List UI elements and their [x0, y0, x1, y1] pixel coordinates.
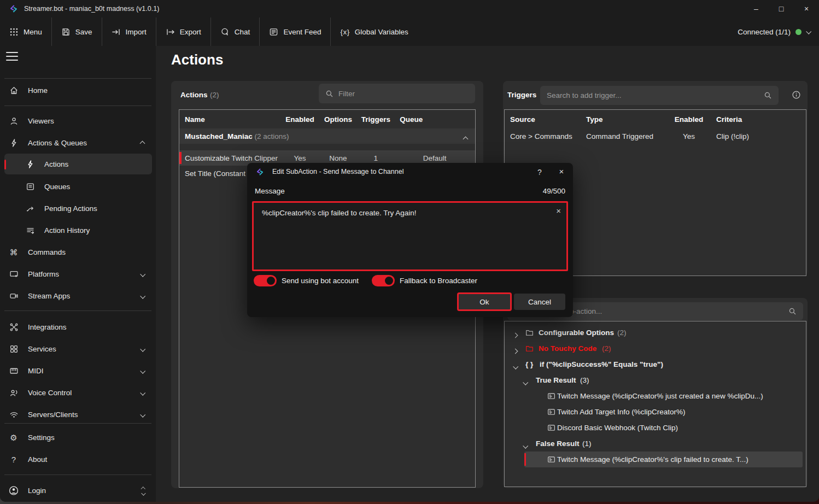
sidebar-divider [4, 474, 151, 475]
sidebar-item-services[interactable]: Services [4, 338, 152, 360]
cancel-button[interactable]: Cancel [514, 294, 565, 310]
action-name: Customizable Twitch Clipper [179, 154, 281, 162]
toggle-knob [385, 277, 393, 285]
sidebar-item-voice-control[interactable]: Voice Control [4, 382, 152, 403]
desktop-background: Streamer.bot - maniac_b0t madness (v1.0.… [0, 0, 819, 504]
selected-indicator [524, 453, 526, 466]
chat-label: Chat [235, 28, 250, 36]
trigger-search-box[interactable] [540, 86, 779, 105]
message-icon [547, 424, 555, 432]
sidebar-item-commands[interactable]: ⌘ Commands [4, 241, 152, 263]
menu-label: Menu [24, 28, 42, 36]
event-feed-icon [269, 27, 278, 37]
selected-indicator [4, 160, 6, 169]
sidebar-divider [4, 310, 151, 311]
action-group-row[interactable]: Mustached_Maniac (2 actions) [179, 128, 475, 144]
edit-subaction-dialog: Edit SubAction - Send Message to Channel… [247, 163, 573, 317]
global-variables-button[interactable]: {x} Global Variables [331, 17, 417, 46]
maximize-button[interactable]: □ [769, 0, 794, 17]
fallback-broadcaster-toggle[interactable] [372, 275, 395, 286]
minimize-button[interactable]: – [744, 0, 769, 17]
info-icon[interactable] [792, 90, 801, 99]
tree-item-false-result[interactable]: False Result (1) [505, 436, 806, 452]
sidebar-pending-actions-label: Pending Actions [44, 204, 97, 213]
sidebar-item-actions[interactable]: Actions [4, 154, 152, 174]
tree-item-true-result[interactable]: True Result (3) [505, 372, 806, 388]
actions-filter-box[interactable] [319, 84, 475, 103]
sidebar-item-queues[interactable]: Queues [4, 175, 152, 197]
column-queue: Queue [394, 115, 475, 124]
sidebar-item-integrations[interactable]: Integrations [4, 316, 152, 338]
sidebar-login-label: Login [28, 487, 46, 495]
toolbar: Menu Save Import Export [0, 17, 819, 46]
clear-text-icon[interactable]: × [556, 206, 561, 215]
trigger-criteria: Clip (!clip) [712, 132, 806, 140]
streamerbot-logo-icon [9, 4, 18, 13]
search-icon [325, 90, 334, 98]
tree-item-no-touchy-code[interactable]: No Touchy Code (2) [505, 341, 806, 356]
sidebar-item-servers-clients[interactable]: Servers/Clients [4, 403, 152, 425]
chat-button[interactable]: Chat [211, 17, 260, 46]
trigger-search-input[interactable] [547, 91, 759, 99]
sidebar-commands-label: Commands [28, 248, 66, 256]
sidebar-item-platforms[interactable]: Platforms [4, 263, 152, 285]
tree-item-twitch-add-target-info[interactable]: Twitch Add Target Info (%clipCreator%) [505, 404, 806, 420]
save-button[interactable]: Save [52, 17, 102, 46]
sidebar-item-settings[interactable]: ⚙ Settings [4, 426, 152, 448]
tree-item-twitch-message-success[interactable]: Twitch Message (%clipCreator% just creat… [505, 388, 806, 404]
sidebar-item-home[interactable]: Home [4, 79, 152, 101]
message-label: Message [255, 187, 285, 195]
message-textarea[interactable]: %clipCreator%'s clip failed to create. T… [254, 203, 566, 269]
sidebar-item-viewers[interactable]: Viewers [4, 110, 152, 132]
sidebar-home-label: Home [28, 86, 48, 95]
event-feed-button[interactable]: Event Feed [260, 17, 330, 46]
action-history-icon [25, 226, 35, 235]
sidebar-divider [4, 106, 151, 106]
column-type: Type [586, 115, 666, 124]
page-title: Actions [171, 51, 223, 68]
chevron-down-icon [140, 346, 145, 351]
action-queue: Default [394, 154, 475, 162]
hamburger-menu-button[interactable] [6, 52, 18, 61]
person-icon [9, 116, 19, 126]
sidebar-item-action-history[interactable]: Action History [4, 219, 152, 241]
chevron-down-icon [140, 293, 145, 298]
chevron-up-icon [140, 140, 145, 146]
trigger-row[interactable]: Core > Commands Command Triggered Yes Cl… [505, 128, 806, 144]
sidebar-item-stream-apps[interactable]: Stream Apps [4, 285, 152, 307]
tree-item-configurable-options[interactable]: Configurable Options (2) [505, 325, 806, 341]
chevron-down-icon [523, 443, 528, 449]
pending-actions-icon [25, 204, 35, 213]
sidebar-settings-label: Settings [28, 433, 55, 442]
bot-account-toggle[interactable] [254, 275, 277, 286]
chevron-down-icon [140, 412, 145, 417]
fallback-broadcaster-toggle-label: Fallback to Broadcaster [400, 277, 477, 285]
export-button[interactable]: Export [156, 17, 210, 46]
platforms-icon [9, 269, 19, 279]
connection-status[interactable]: Connected (1/1) [738, 28, 819, 36]
sidebar-queues-label: Queues [44, 183, 70, 191]
tree-item-discord-basic-webhook[interactable]: Discord Basic Webhook (Twitch Clip) [505, 420, 806, 436]
tree-item-twitch-message-failed[interactable]: Twitch Message (%clipCreator%'s clip fai… [505, 452, 806, 467]
import-button[interactable]: Import [102, 17, 156, 46]
menu-button[interactable]: Menu [0, 17, 51, 46]
dialog-title: Edit SubAction - Send Message to Channel [272, 168, 403, 175]
sidebar-item-actions-queues[interactable]: Actions & Queues [4, 132, 152, 154]
actions-filter-input[interactable] [338, 90, 469, 98]
queues-icon [25, 182, 35, 191]
dialog-help-button[interactable]: ? [534, 166, 546, 178]
sidebar-item-pending-actions[interactable]: Pending Actions [4, 197, 152, 219]
sidebar-item-about[interactable]: ? About [4, 448, 152, 470]
ok-button[interactable]: Ok [457, 292, 512, 311]
column-name: Name [179, 115, 281, 124]
close-button[interactable]: × [794, 0, 819, 17]
export-icon [166, 27, 175, 37]
subactions-tree: Configurable Options (2) No Touchy Code … [504, 321, 806, 487]
import-label: Import [126, 28, 147, 36]
tree-item-if-condition[interactable]: { } if ("%clipSuccess%" Equals "true") [505, 356, 806, 372]
sidebar-item-midi[interactable]: MIDI [4, 360, 152, 382]
select-chevrons-icon [142, 486, 145, 495]
dialog-close-button[interactable]: × [554, 165, 569, 178]
sidebar-item-login[interactable]: Login [4, 479, 152, 501]
save-icon [61, 27, 71, 37]
